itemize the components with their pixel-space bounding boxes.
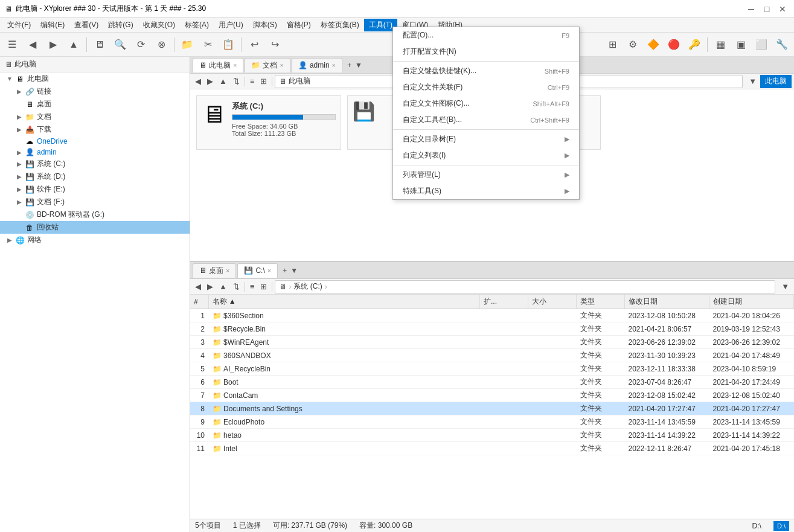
table-row[interactable]: 8 📁Documents and Settings 文件夹 2021-04-20… <box>190 402 794 415</box>
ctx-list-manage[interactable]: 列表管理(L) ▶ <box>393 167 579 183</box>
bottom-filter-button[interactable]: ▼ <box>779 281 792 292</box>
menu-view[interactable]: 查看(V) <box>69 19 103 31</box>
tree-item-links[interactable]: ▶ 🔗 链接 <box>0 85 190 98</box>
layout-btn-1[interactable]: ▦ <box>711 35 730 54</box>
col-header-created[interactable]: 创建日期 <box>709 295 794 309</box>
menu-pane[interactable]: 窗格(P) <box>282 19 316 31</box>
tab-c-drive-close[interactable]: × <box>267 267 271 274</box>
tools-icon-3[interactable]: 🔴 <box>664 35 684 54</box>
table-row[interactable]: 2 📁$Recycle.Bin 文件夹 2021-04-21 8:06:57 2… <box>190 322 794 336</box>
menu-script[interactable]: 脚本(S) <box>248 19 282 31</box>
col-header-type[interactable]: 类型 <box>577 295 625 309</box>
tree-item-e[interactable]: ▶ 💾 软件 (E:) <box>0 183 190 196</box>
tab-desktop[interactable]: 🖥 桌面 × <box>193 263 236 278</box>
menu-favorites[interactable]: 收藏夹(O) <box>138 19 180 31</box>
minimize-button[interactable]: ─ <box>744 2 758 16</box>
layout-btn-2[interactable]: ▣ <box>731 35 751 54</box>
tree-item-g[interactable]: 💿 BD-ROM 驱动器 (G:) <box>0 208 190 221</box>
tab-admin[interactable]: 👤 admin × <box>292 58 342 72</box>
col-header-size[interactable]: 大小 <box>528 295 577 309</box>
top-layout-button[interactable]: ⊞ <box>258 76 269 86</box>
top-tab-add-button[interactable]: + <box>344 60 355 71</box>
top-filter-button[interactable]: ▼ <box>746 76 759 86</box>
bottom-back-button[interactable]: ◀ <box>193 281 203 292</box>
tools-icon-2[interactable]: 🔶 <box>644 35 663 54</box>
drive-c[interactable]: 🖥 系统 (C:) Free Space: 34.60 GB Total Siz… <box>196 95 341 150</box>
tree-item-f[interactable]: ▶ 💾 文档 (F:) <box>0 196 190 208</box>
copy-button[interactable]: 📋 <box>219 35 238 54</box>
menu-goto[interactable]: 跳转(G) <box>103 19 138 31</box>
menu-file[interactable]: 文件(F) <box>2 19 36 31</box>
tab-thispc[interactable]: 🖥 此电脑 × <box>193 58 243 72</box>
ctx-custom-tree[interactable]: 自定义目录树(E) ▶ <box>393 131 579 147</box>
search-button[interactable]: 🔍 <box>110 35 130 54</box>
tab-desktop-close[interactable]: × <box>226 267 229 274</box>
top-forward-button[interactable]: ▶ <box>205 76 216 86</box>
ctx-special-tools[interactable]: 特殊工具(S) ▶ <box>393 183 579 199</box>
top-refresh-button[interactable]: ⇅ <box>231 76 242 86</box>
tree-item-thispc[interactable]: ▼ 🖥 此电脑 <box>0 72 190 85</box>
bottom-refresh-button[interactable]: ⇅ <box>231 281 242 292</box>
maximize-button[interactable]: □ <box>760 2 773 16</box>
ctx-file-assoc[interactable]: 自定义文件关联(F) Ctrl+F9 <box>393 79 579 95</box>
tree-item-network[interactable]: ▶ 🌐 网络 <box>0 234 190 246</box>
up-button[interactable]: ▲ <box>64 35 83 54</box>
table-row[interactable]: 1 📁$360Section 文件夹 2023-12-08 10:50:28 2… <box>190 309 794 322</box>
desktop-button[interactable]: 🖥 <box>90 35 109 54</box>
redo-button[interactable]: ↪ <box>265 35 284 54</box>
ctx-config[interactable]: 配置(O)... F9 <box>393 27 579 43</box>
table-row[interactable]: 6 📁Boot 文件夹 2023-07-04 8:26:47 2021-04-2… <box>190 376 794 389</box>
ctx-keyboard[interactable]: 自定义键盘快捷键(K)... Shift+F9 <box>393 63 579 79</box>
table-row[interactable]: 4 📁360SANDBOX 文件夹 2023-11-30 10:39:23 20… <box>190 349 794 362</box>
tree-item-docs[interactable]: ▶ 📁 文档 <box>0 111 190 123</box>
col-header-num[interactable]: # <box>190 295 208 309</box>
top-up-button[interactable]: ▲ <box>217 76 229 86</box>
menu-toggle-button[interactable]: ☰ <box>2 35 22 54</box>
top-tab-dropdown-button[interactable]: ▼ <box>355 61 362 69</box>
grid-view-button[interactable]: ⊞ <box>603 35 622 54</box>
ctx-open-config[interactable]: 打开配置文件(N) <box>393 43 579 60</box>
bottom-tab-add-button[interactable]: + <box>279 265 290 276</box>
table-row[interactable]: 9 📁EcloudPhoto 文件夹 2023-11-14 13:45:59 2… <box>190 415 794 429</box>
close-button[interactable]: ✕ <box>776 2 789 16</box>
ctx-file-icon[interactable]: 自定义文件图标(C)... Shift+Alt+F9 <box>393 95 579 112</box>
table-row[interactable]: 5 📁AI_RecycleBin 文件夹 2023-12-11 18:33:38… <box>190 362 794 376</box>
forward-button[interactable]: ▶ <box>43 35 63 54</box>
cut-button[interactable]: ✂ <box>198 35 217 54</box>
top-view-button[interactable]: ≡ <box>248 76 257 86</box>
bottom-up-button[interactable]: ▲ <box>217 281 229 292</box>
ctx-toolbar[interactable]: 自定义工具栏(B)... Ctrl+Shift+F9 <box>393 112 579 128</box>
layout-btn-3[interactable]: ⬜ <box>752 35 771 54</box>
table-row[interactable]: 7 📁ContaCam 文件夹 2023-12-08 15:02:42 2023… <box>190 389 794 402</box>
bottom-view-button[interactable]: ≡ <box>248 281 257 292</box>
ctx-custom-list[interactable]: 自定义列表(I) ▶ <box>393 147 579 164</box>
top-back-button[interactable]: ◀ <box>193 76 203 86</box>
table-row[interactable]: 10 📁hetao 文件夹 2023-11-14 14:39:22 2023-1… <box>190 429 794 442</box>
tab-docs-close[interactable]: × <box>280 62 283 69</box>
table-row[interactable]: 11 📁Intel 文件夹 2022-12-11 8:26:47 2021-04… <box>190 442 794 455</box>
tab-thispc-close[interactable]: × <box>233 62 237 69</box>
col-header-ext[interactable]: 扩... <box>480 295 528 309</box>
tree-item-recycle[interactable]: 🗑 回收站 <box>0 221 190 234</box>
tree-item-desktop[interactable]: 🖥 桌面 <box>0 98 190 111</box>
table-row[interactable]: 3 📁$WinREAgent 文件夹 2023-06-26 12:39:02 2… <box>190 336 794 349</box>
tools-icon-4[interactable]: 🔑 <box>685 35 704 54</box>
bottom-breadcrumb[interactable]: 🖥 › 系统 (C:) › <box>275 280 775 293</box>
tab-docs[interactable]: 📁 文档 × <box>245 58 290 72</box>
bottom-tab-dropdown-button[interactable]: ▼ <box>290 266 298 275</box>
tools-icon-1[interactable]: ⚙ <box>623 35 642 54</box>
menu-tabset[interactable]: 标签页集(B) <box>316 19 364 31</box>
tab-c-drive[interactable]: 💾 C:\ × <box>237 263 278 278</box>
drive-e-partial[interactable]: 💾 <box>347 95 395 150</box>
tree-item-d[interactable]: ▶ 💾 系统 (D:) <box>0 170 190 183</box>
bottom-layout-button[interactable]: ⊞ <box>258 281 269 292</box>
back-button[interactable]: ◀ <box>23 35 42 54</box>
menu-user[interactable]: 用户(U) <box>214 19 248 31</box>
folder-new-button[interactable]: 📁 <box>178 35 197 54</box>
tree-item-onedrive[interactable]: ☁ OneDrive <box>0 136 190 147</box>
menu-tags[interactable]: 标签(A) <box>180 19 214 31</box>
col-header-name[interactable]: 名称 ▲ <box>208 295 480 309</box>
statusbar-drive-button[interactable]: D:\ <box>773 521 789 531</box>
tree-item-c[interactable]: ▶ 💾 系统 (C:) <box>0 158 190 170</box>
tree-item-admin[interactable]: ▶ 👤 admin <box>0 147 190 158</box>
